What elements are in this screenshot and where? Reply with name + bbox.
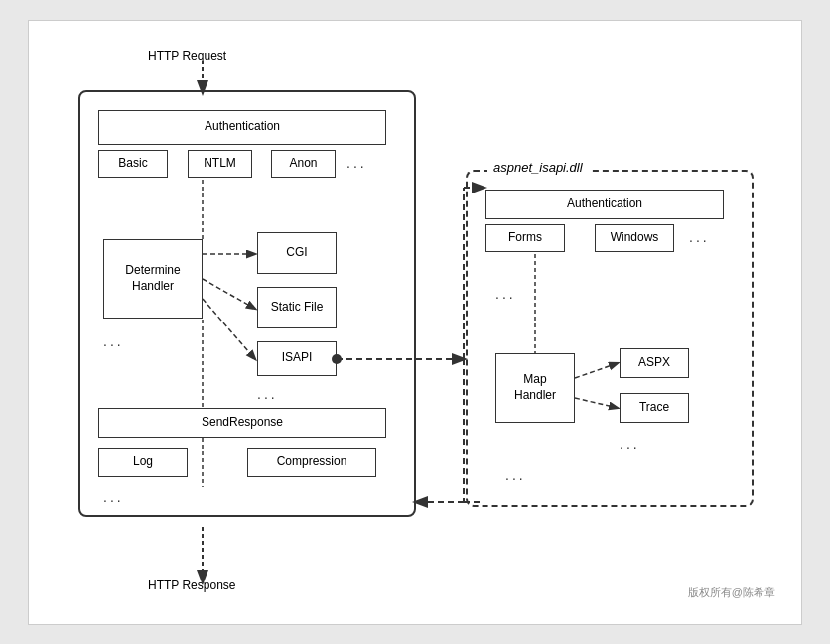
page: HTTP Request aspnet_isapi.dll Authentica…	[28, 20, 802, 625]
send-response-box: SendResponse	[98, 408, 386, 438]
dots-aspnet-auth: ...	[689, 229, 710, 245]
dots-middle: ...	[103, 333, 124, 349]
diagram: HTTP Request aspnet_isapi.dll Authentica…	[49, 41, 781, 604]
map-handler-box: Map Handler	[495, 353, 575, 423]
anon-box: Anon	[271, 150, 336, 178]
dots-aspnet-bottom: ...	[505, 467, 526, 483]
basic-box: Basic	[98, 150, 168, 178]
compression-box: Compression	[247, 448, 376, 477]
dots-aspnet-handlers: ...	[620, 436, 640, 451]
authentication-iis: Authentication	[98, 110, 386, 145]
aspx-box: ASPX	[620, 348, 689, 378]
dots-bottom-iis: ...	[103, 489, 124, 505]
http-request-label: HTTP Request	[148, 49, 226, 63]
dots-aspnet-mid: ...	[495, 286, 516, 302]
dots-middle2: ...	[257, 386, 278, 402]
dots-auth: ...	[346, 155, 367, 171]
trace-box: Trace	[620, 393, 689, 423]
aspnet-box: aspnet_isapi.dll	[466, 170, 754, 507]
log-box: Log	[98, 448, 188, 477]
determine-handler-box: Determine Handler	[103, 239, 203, 319]
ntlm-box: NTLM	[188, 150, 252, 178]
watermark: 版权所有@陈希章	[688, 585, 775, 600]
isapi-box: ISAPI	[257, 341, 337, 376]
static-file-box: Static File	[257, 287, 337, 328]
windows-box: Windows	[595, 224, 674, 252]
forms-box: Forms	[485, 224, 565, 252]
aspnet-label: aspnet_isapi.dll	[487, 160, 589, 175]
authentication-aspnet: Authentication	[485, 190, 724, 219]
http-response-label: HTTP Response	[148, 579, 235, 592]
cgi-box: CGI	[257, 232, 337, 274]
